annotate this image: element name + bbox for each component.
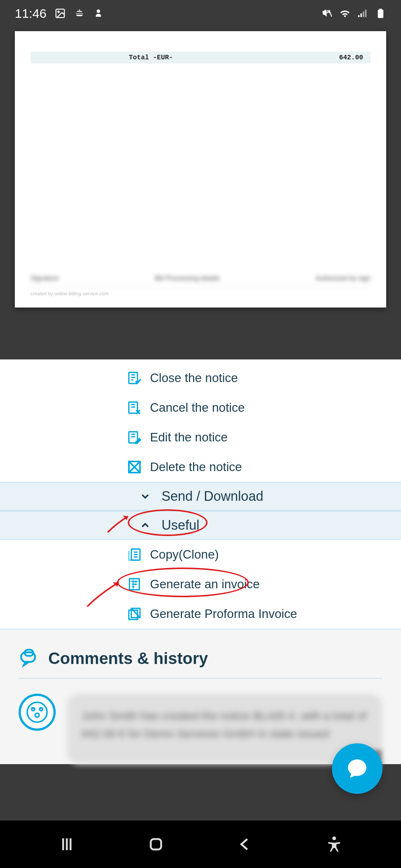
back-button[interactable] [236,835,254,853]
comments-section: Comments & history John Smith has create… [0,629,401,764]
action-label: Generate Proforma Invoice [150,607,297,621]
action-label: Delete the notice [150,460,242,474]
created-by-label: created by online-billing-service.com [30,291,371,296]
svg-rect-5 [363,11,364,17]
chevron-down-icon [139,490,151,502]
close-notice-icon [126,370,143,386]
copy-icon [126,546,143,563]
svg-point-24 [332,836,336,840]
chat-fab[interactable] [332,743,382,794]
generate-invoice-action[interactable]: Generate an invoice [0,569,401,599]
send-download-section[interactable]: Send / Download [0,482,401,511]
section-label: Useful [162,517,199,533]
comment-text-blurred: John Smith has created the notice BLn05 … [67,694,382,764]
svg-point-1 [58,11,59,13]
svg-rect-23 [151,839,161,849]
svg-rect-6 [365,10,366,17]
comments-heading: Comments & history [19,648,382,679]
total-row: Total -EUR- 642.00 [30,52,371,63]
svg-point-22 [35,713,39,717]
weather-icon [74,8,85,19]
copy-clone-action[interactable]: Copy(Clone) [0,540,401,569]
comment-item: John Smith has created the notice BLn05 … [19,694,382,764]
svg-rect-8 [379,9,382,10]
close-notice-action[interactable]: Close the notice [0,363,401,393]
comments-icon [19,648,39,669]
actions-panel: Close the notice Cancel the notice Edit … [0,359,401,629]
comments-heading-label: Comments & history [48,649,208,668]
action-label: Generate an invoice [150,577,260,591]
action-label: Copy(Clone) [150,548,219,562]
action-label: Cancel the notice [150,401,245,415]
signature-blurred: Signature Bill Processing details Author… [30,274,371,287]
total-label: Total -EUR- [129,54,173,61]
action-label: Close the notice [150,371,238,385]
home-button[interactable] [147,835,165,853]
chevron-up-icon [139,519,151,531]
delete-notice-icon [126,459,143,475]
edit-notice-icon [126,429,143,445]
svg-rect-4 [361,13,362,17]
total-value: 642.00 [339,54,363,61]
signal-icon [357,8,368,19]
generate-proforma-action[interactable]: Generate Proforma Invoice [0,599,401,629]
status-bar: 11:46 [0,0,401,27]
clock: 11:46 [15,6,46,21]
cancel-notice-icon [126,400,143,416]
chat-bubble-icon [345,756,369,781]
svg-point-2 [97,10,100,13]
recents-button[interactable] [58,835,76,853]
proforma-icon [126,606,143,622]
action-label: Edit the notice [150,430,228,444]
svg-point-19 [27,702,47,722]
person-icon [93,8,104,19]
delete-notice-action[interactable]: Delete the notice [0,452,401,482]
avatar [19,694,56,731]
image-icon [55,8,66,19]
edit-notice-action[interactable]: Edit the notice [0,423,401,452]
useful-section[interactable]: Useful [0,511,401,540]
wifi-icon [339,8,351,19]
svg-rect-7 [378,10,384,18]
mute-icon [322,8,333,19]
invoice-preview: Total -EUR- 642.00 Signature Bill Proces… [15,31,386,308]
svg-rect-3 [358,15,360,17]
section-label: Send / Download [162,489,263,504]
cancel-notice-action[interactable]: Cancel the notice [0,393,401,423]
android-nav-bar [0,821,401,868]
invoice-icon [126,576,143,592]
accessibility-button[interactable] [325,835,343,853]
battery-icon [375,8,386,19]
